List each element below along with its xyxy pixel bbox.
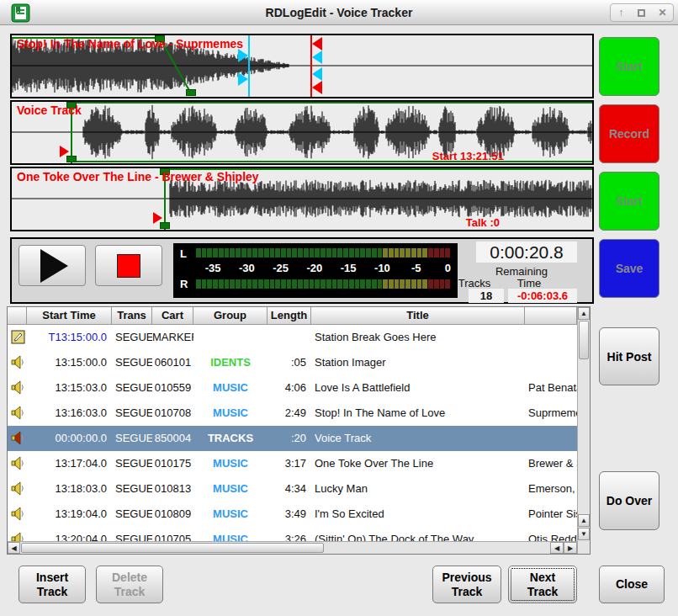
column-header-title[interactable]: Title <box>311 307 525 325</box>
horizontal-scroll-thumb[interactable] <box>21 543 324 553</box>
vu-segment <box>281 248 286 258</box>
log-row-station-break-goes-here[interactable]: T13:15:00.0 SEGUE MARKER Station Break G… <box>8 325 577 350</box>
vu-segment <box>298 279 303 289</box>
play-position-line[interactable] <box>248 35 250 97</box>
start-button[interactable]: Start <box>599 37 659 96</box>
insert-track-button[interactable]: Insert Track <box>19 566 86 603</box>
play-marker-icon[interactable] <box>238 72 248 86</box>
vu-segment <box>372 248 377 258</box>
log-row--sittin-on-the-dock-of-the-way[interactable]: 13:20:04.0 SEGUE 010705 MUSIC 3:26 (Sitt… <box>8 527 577 541</box>
cell-cart: 010813 <box>152 476 193 502</box>
time-remaining-value: -0:06:03.6 <box>508 289 577 303</box>
log-row-love-is-a-battlefield[interactable]: 13:15:03.0 SEGUE 010559 MUSIC 4:06 Love … <box>8 375 577 401</box>
shade-window-icon[interactable]: ↑ <box>612 4 630 21</box>
play-icon <box>40 249 68 283</box>
maximize-window-icon[interactable] <box>633 4 651 21</box>
vu-segment <box>360 279 365 289</box>
cell-trans: SEGUE <box>115 476 152 502</box>
segue-marker-icon[interactable] <box>312 81 322 94</box>
vu-segment <box>440 248 445 258</box>
vu-segment <box>213 248 218 258</box>
cell-length: 4:06 <box>267 375 306 401</box>
vu-segment <box>326 248 331 258</box>
log-row-stop-in-the-name-of-love[interactable]: 13:16:03.0 SEGUE 010708 MUSIC 2:49 Stop!… <box>8 401 577 426</box>
vu-segment <box>411 248 416 258</box>
cell-start-time: T13:15:00.0 <box>27 325 107 350</box>
vertical-scrollbar[interactable]: ▲ ▲ ▼ <box>577 307 590 554</box>
save-button[interactable]: Save <box>599 239 659 298</box>
vu-segment <box>241 248 246 258</box>
cell-title: One Toke Over The Line <box>315 451 525 476</box>
previous-track-button[interactable]: Previous Track <box>432 566 501 603</box>
record-button[interactable]: Record <box>599 104 659 163</box>
segue-marker-icon[interactable] <box>312 67 322 81</box>
column-header-cart[interactable]: Cart <box>152 307 193 325</box>
cell-cart: 010559 <box>152 375 193 401</box>
waveform-panel-incoming[interactable]: One Toke Over The Line - Brewer & Shiple… <box>10 167 594 231</box>
vu-scale-tick: -30 <box>239 262 255 274</box>
log-row-station-imager[interactable]: 13:15:00.0 SEGUE 060101 IDENTS :05 Stati… <box>8 350 577 375</box>
vu-scale-tick: -20 <box>307 262 323 274</box>
scroll-left2-icon[interactable]: ◀ <box>550 542 564 554</box>
vu-segment <box>395 279 400 289</box>
vu-scale-tick: -25 <box>273 262 289 274</box>
window-controls: ↑ ✕ <box>610 3 674 22</box>
scroll-left-icon[interactable]: ◀ <box>8 542 20 554</box>
column-header-length[interactable]: Length <box>267 307 311 325</box>
close-window-icon[interactable]: ✕ <box>654 4 672 21</box>
scroll-right-icon[interactable]: ▶ <box>564 542 577 554</box>
cell-start-time: 13:20:04.0 <box>27 527 107 541</box>
vu-segment <box>304 248 309 258</box>
segue-marker-icon[interactable] <box>312 37 322 50</box>
horizontal-scrollbar[interactable]: ◀ ◀ ▶ <box>8 541 577 554</box>
column-header-group[interactable]: Group <box>193 307 267 325</box>
play-button[interactable] <box>19 245 86 286</box>
column-header-trans[interactable]: Trans <box>112 307 152 325</box>
start-button[interactable]: Start <box>599 172 659 231</box>
cell-title: I'm So Excited <box>315 502 525 527</box>
waveform-panel-voicetrack[interactable]: Voice TrackStart 13:21:51 <box>10 100 594 165</box>
vu-segment <box>219 248 224 258</box>
track-annotation: Talk :0 <box>466 216 500 229</box>
log-table-header: Start TimeTransCartGroupLengthTitle <box>8 307 577 325</box>
log-row-one-toke-over-the-line[interactable]: 13:17:04.0 SEGUE 010175 MUSIC 3:17 One T… <box>8 451 577 476</box>
do-over-button[interactable]: Do Over <box>599 471 659 530</box>
segue-marker-icon[interactable] <box>312 50 322 64</box>
hit-post-button[interactable]: Hit Post <box>599 327 659 385</box>
next-track-button[interactable]: Next Track <box>508 566 577 603</box>
vu-segment <box>360 248 365 258</box>
vu-segment <box>207 248 212 258</box>
vu-right-label: R <box>180 278 188 290</box>
cell-trans: SEGUE <box>115 325 152 350</box>
cell-group: MUSIC <box>193 527 267 541</box>
vu-scale-tick: -5 <box>411 262 421 274</box>
log-row-voice-track[interactable]: 00:00:00.0 SEGUE 850004 TRACKS :20 Voice… <box>8 426 577 451</box>
fade-marker-handle[interactable] <box>186 89 196 96</box>
vu-segment <box>225 279 230 289</box>
vu-segment <box>366 279 371 289</box>
waveform-panel-outgoing[interactable]: Stop! In The Name of Love - Suprmemes <box>10 34 594 98</box>
stop-button[interactable] <box>95 245 162 286</box>
log-row-lucky-man[interactable]: 13:18:03.0 SEGUE 010813 MUSIC 4:34 Lucky… <box>8 476 577 502</box>
column-header-blank[interactable] <box>525 307 577 325</box>
play-marker-icon[interactable] <box>238 49 248 62</box>
vu-scale-tick: -35 <box>205 262 221 274</box>
column-header-blank[interactable] <box>8 307 27 325</box>
vu-segment <box>247 248 252 258</box>
vertical-scroll-thumb[interactable] <box>579 321 589 359</box>
cell-artist: Suprmemes <box>528 401 577 426</box>
vu-segment <box>343 279 348 289</box>
start-marker-icon[interactable] <box>60 146 69 157</box>
scroll-up-icon[interactable]: ▲ <box>578 307 590 320</box>
start-marker-icon[interactable] <box>153 212 162 224</box>
column-header-start-time[interactable]: Start Time <box>27 307 112 325</box>
scroll-down-icon[interactable]: ▼ <box>578 528 590 540</box>
log-row-i-m-so-excited[interactable]: 13:19:04.0 SEGUE 010809 MUSIC 3:49 I'm S… <box>8 502 577 527</box>
close-button[interactable]: Close <box>599 566 665 603</box>
cell-artist: Brewer & Shipley <box>528 451 577 476</box>
vu-segment <box>258 279 263 289</box>
scroll-up2-icon[interactable]: ▲ <box>578 514 590 527</box>
vu-segment <box>417 279 422 289</box>
vu-segment <box>405 279 411 289</box>
voice-track-speaker-icon <box>11 431 25 445</box>
